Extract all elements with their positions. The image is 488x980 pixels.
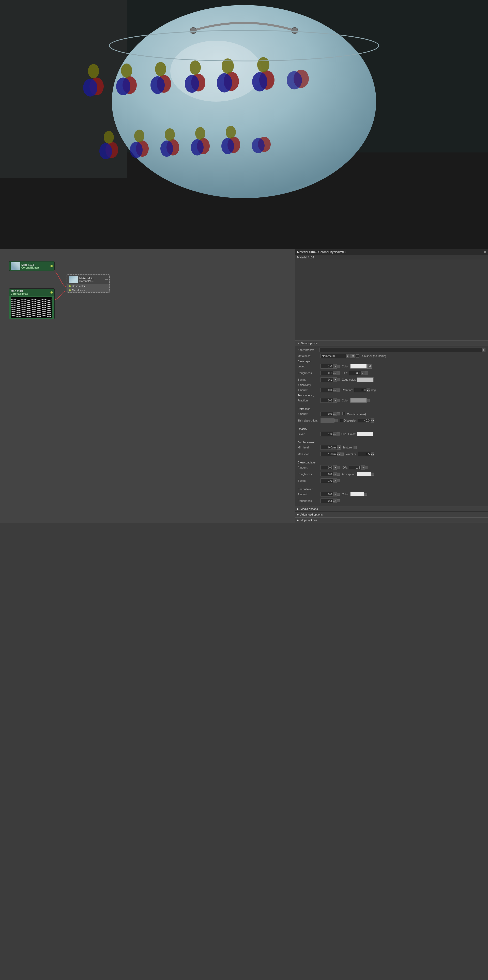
- node-editor-area[interactable]: Map #193 CoronaBitmap Map #201 CoronaBit…: [0, 249, 295, 340]
- node-bitmap2[interactable]: Map #201 CoronaBitmap: [9, 288, 55, 319]
- texture-map-toggle[interactable]: [354, 446, 357, 449]
- node-bitmap1-output-pin[interactable]: [50, 265, 53, 267]
- aniso-amount-input[interactable]: [321, 388, 333, 392]
- clearcoat-ior-btn[interactable]: ▲▼: [361, 465, 365, 470]
- roughness-spinner-btn[interactable]: ▲▼: [333, 371, 337, 375]
- sheen-roughness-input[interactable]: [321, 498, 333, 503]
- sheen-color-swatch[interactable]: [350, 492, 364, 496]
- level-input[interactable]: [321, 364, 333, 369]
- thin-absorption-swatch[interactable]: [321, 418, 335, 423]
- aniso-amount-label: Amount:: [298, 388, 321, 391]
- trans-color-swatch[interactable]: [350, 398, 367, 403]
- fraction-spinner-btn[interactable]: ▲▼: [333, 398, 337, 403]
- sheen-amount-input[interactable]: [321, 492, 333, 496]
- rotation-spinner-btn[interactable]: ▲▼: [367, 388, 370, 392]
- dispersion-spinner-btn[interactable]: ▲▼: [371, 418, 375, 423]
- opacity-level-input[interactable]: [321, 432, 333, 436]
- node-material-basecolor-pin[interactable]: [69, 285, 71, 287]
- clearcoat-roughness-btn[interactable]: ▲▼: [333, 472, 337, 476]
- sheen-roughness-map[interactable]: [337, 499, 340, 502]
- opacity-level-map[interactable]: [337, 433, 340, 436]
- roughness-map-toggle[interactable]: [337, 371, 340, 374]
- ior-input[interactable]: [349, 371, 361, 375]
- node-material-minimize[interactable]: —: [105, 278, 108, 281]
- apply-preset-row: Apply preset: ▼: [298, 348, 485, 352]
- node-bitmap2-output-pin[interactable]: [50, 291, 53, 294]
- bump-map-toggle[interactable]: [337, 378, 340, 381]
- clearcoat-amount-map[interactable]: [337, 466, 340, 469]
- advanced-options-header[interactable]: ▶ Advanced options: [295, 512, 488, 517]
- trans-color-map-toggle[interactable]: [367, 399, 370, 402]
- sheen-amount-btn[interactable]: ▲▼: [333, 492, 337, 496]
- caustics-checkbox[interactable]: [342, 412, 345, 415]
- dispersion-checkbox[interactable]: [340, 419, 343, 422]
- clearcoat-roughness-absorption-row: Roughness: ▲▼ Absorption:: [298, 471, 485, 477]
- panel-subtitle-text: Material #104: [297, 256, 314, 259]
- node-material-metalness-pin[interactable]: [69, 289, 71, 291]
- level-map-toggle[interactable]: [337, 365, 340, 368]
- water-lvl-btn[interactable]: ▲▼: [371, 452, 375, 457]
- svg-point-23: [257, 57, 270, 72]
- rotation-input[interactable]: [354, 388, 367, 392]
- clearcoat-amount-input[interactable]: [321, 465, 333, 470]
- clearcoat-roughness-input[interactable]: [321, 472, 333, 476]
- fraction-input[interactable]: [321, 398, 333, 403]
- thin-absorption-map-toggle[interactable]: [335, 419, 338, 422]
- refraction-spinner-btn[interactable]: ▲▼: [333, 412, 337, 416]
- sheen-roughness-spinner: ▲▼: [321, 498, 337, 503]
- thin-absorption-row: Thin absorption: Dispersion ▲▼: [298, 418, 485, 423]
- dispersion-input[interactable]: [358, 418, 371, 423]
- bump-input[interactable]: [321, 377, 333, 382]
- texture-label: Texture:: [343, 446, 352, 449]
- maps-options-header[interactable]: ▶ Maps options: [295, 517, 488, 523]
- media-options-header[interactable]: ▶ Media options: [295, 506, 488, 512]
- bump-spinner-btn[interactable]: ▲▼: [333, 377, 337, 382]
- min-level-btn[interactable]: ▲▼: [337, 445, 341, 450]
- min-level-input[interactable]: [321, 445, 337, 450]
- color-m-badge[interactable]: M: [367, 364, 372, 369]
- max-level-btn[interactable]: ▲▼: [337, 452, 341, 457]
- clearcoat-bump-btn[interactable]: ▲▼: [333, 479, 337, 483]
- roughness-input[interactable]: [321, 371, 333, 375]
- refraction-map-toggle[interactable]: [337, 412, 340, 415]
- level-color-row: Level: ▲▼ Color: M: [298, 364, 485, 369]
- fraction-map-toggle[interactable]: [337, 399, 340, 402]
- node-material[interactable]: Material #... CoronaPh... — Base color M…: [67, 274, 110, 293]
- svg-point-17: [190, 60, 201, 75]
- max-level-map[interactable]: [341, 452, 344, 456]
- refraction-input[interactable]: [321, 412, 333, 416]
- svg-point-7: [83, 79, 97, 97]
- panel-close-btn[interactable]: ×: [484, 250, 486, 254]
- basic-options-header[interactable]: ▼ Basic options: [295, 340, 488, 346]
- edge-color-swatch[interactable]: [357, 377, 374, 382]
- clearcoat-bump-input[interactable]: [321, 479, 333, 483]
- clearcoat-ior-map[interactable]: [365, 466, 368, 469]
- metalness-dropdown[interactable]: [321, 354, 346, 358]
- max-level-input[interactable]: [321, 452, 337, 457]
- aniso-amount-btn[interactable]: ▲▼: [333, 388, 337, 392]
- clearcoat-amount-btn[interactable]: ▲▼: [333, 465, 337, 470]
- metalness-arrow[interactable]: ▼: [346, 354, 349, 358]
- thin-shell-checkbox[interactable]: [356, 355, 359, 358]
- clearcoat-roughness-map[interactable]: [337, 473, 340, 476]
- clearcoat-bump-map[interactable]: [337, 479, 340, 482]
- sheen-amount-map[interactable]: [337, 493, 340, 496]
- level-spinner-btn[interactable]: ▲▼: [333, 364, 337, 369]
- metalness-m-badge[interactable]: M: [351, 354, 355, 358]
- clearcoat-absorption-map[interactable]: [371, 473, 374, 476]
- sheen-roughness-btn[interactable]: ▲▼: [333, 498, 337, 503]
- sheen-color-map[interactable]: [364, 493, 367, 496]
- ior-spinner-btn[interactable]: ▲▼: [361, 371, 365, 375]
- opacity-level-btn[interactable]: ▲▼: [333, 432, 337, 436]
- water-lvl-input[interactable]: [358, 452, 371, 457]
- node-bitmap1-subtitle: CoronaBitmap: [21, 266, 39, 269]
- ior-map-toggle[interactable]: [365, 371, 368, 374]
- apply-preset-input[interactable]: [319, 348, 482, 352]
- node-bitmap1[interactable]: Map #193 CoronaBitmap: [9, 261, 55, 271]
- apply-preset-arrow[interactable]: ▼: [482, 348, 485, 352]
- clearcoat-ior-input[interactable]: [349, 465, 361, 470]
- aniso-map-toggle[interactable]: [337, 388, 340, 391]
- opacity-color-swatch[interactable]: [357, 432, 373, 436]
- clearcoat-absorption-swatch[interactable]: [357, 472, 371, 476]
- base-color-swatch[interactable]: [350, 364, 367, 369]
